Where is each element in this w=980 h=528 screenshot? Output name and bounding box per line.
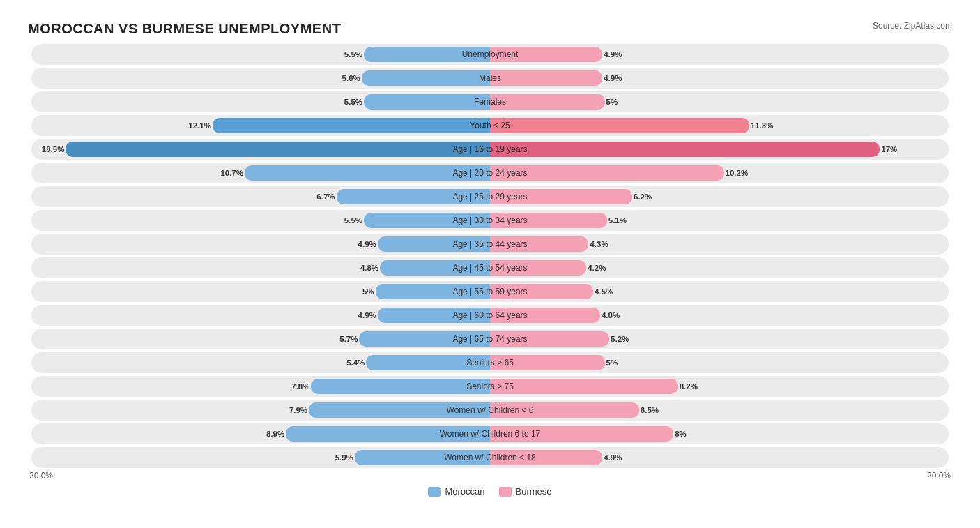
bar-burmese <box>490 142 880 157</box>
chart-source: Source: ZipAtlas.com <box>873 21 952 31</box>
bar-row: Age | 65 to 74 years5.7%5.2% <box>31 329 949 349</box>
chart-rows: Unemployment5.5%4.9%Males5.6%4.9%Females… <box>28 44 952 468</box>
bar-burmese-value: 4.8% <box>602 311 620 319</box>
bar-moroccan <box>364 94 490 110</box>
bar-burmese-value: 17% <box>881 145 897 153</box>
bar-row: Age | 25 to 29 years6.7%6.2% <box>31 186 949 207</box>
bar-moroccan-value: 18.5% <box>42 145 65 153</box>
bar-burmese-value: 11.3% <box>751 121 774 130</box>
bar-moroccan <box>364 47 490 62</box>
axis-labels: 20.0% 20.0% <box>28 471 952 481</box>
bar-moroccan <box>378 308 490 323</box>
bar-row: Youth < 2512.1%11.3% <box>31 115 949 136</box>
bar-burmese-value: 6.5% <box>641 406 659 414</box>
bar-row: Age | 55 to 59 years5%4.5% <box>31 281 949 302</box>
chart-title: MOROCCAN VS BURMESE UNEMPLOYMENT <box>28 21 341 37</box>
bar-burmese <box>490 260 586 276</box>
burmese-legend-box <box>499 487 512 497</box>
chart-container: MOROCCAN VS BURMESE UNEMPLOYMENT Source:… <box>14 14 966 511</box>
bar-burmese <box>490 213 607 228</box>
bar-moroccan <box>362 70 490 86</box>
bar-moroccan <box>245 165 490 181</box>
bar-burmese-value: 5% <box>606 359 618 367</box>
bar-burmese <box>490 94 605 110</box>
bar-row: Unemployment5.5%4.9% <box>31 44 949 65</box>
bar-burmese-value: 5.2% <box>611 335 629 343</box>
bar-moroccan <box>355 450 490 465</box>
bar-moroccan-value: 12.1% <box>188 121 211 130</box>
bar-row: Women w/ Children < 67.9%6.5% <box>31 400 949 421</box>
legend: Moroccan Burmese <box>28 486 952 497</box>
bar-moroccan <box>364 213 490 228</box>
bar-burmese <box>490 47 602 62</box>
bar-moroccan <box>380 260 490 276</box>
bar-moroccan-value: 5.5% <box>344 50 362 59</box>
bar-moroccan-value: 4.8% <box>360 264 378 272</box>
axis-right: 20.0% <box>927 471 951 481</box>
bar-moroccan-value: 4.9% <box>358 240 376 248</box>
bar-moroccan-value: 5.9% <box>335 453 353 462</box>
bar-row: Women w/ Children < 185.9%4.9% <box>31 447 949 468</box>
bar-burmese-value: 10.2% <box>726 169 749 177</box>
bar-moroccan <box>376 284 491 299</box>
bar-moroccan <box>213 118 490 133</box>
bar-row: Age | 45 to 54 years4.8%4.2% <box>31 257 949 278</box>
bar-moroccan-value: 5.7% <box>339 335 358 343</box>
chart-body: Unemployment5.5%4.9%Males5.6%4.9%Females… <box>28 44 952 497</box>
moroccan-legend-label: Moroccan <box>445 486 484 497</box>
bar-moroccan-value: 5.4% <box>346 359 365 367</box>
bar-moroccan-value: 10.7% <box>220 169 243 177</box>
bar-burmese <box>490 189 632 204</box>
bar-burmese-value: 4.5% <box>595 287 613 296</box>
bar-moroccan-value: 6.7% <box>316 193 335 201</box>
bar-moroccan-value: 4.9% <box>358 311 376 319</box>
bar-moroccan <box>309 402 490 418</box>
bar-row: Women w/ Children 6 to 178.9%8% <box>31 423 949 444</box>
bar-burmese-value: 6.2% <box>634 193 652 201</box>
legend-moroccan: Moroccan <box>428 486 484 497</box>
bar-moroccan <box>311 379 490 394</box>
bar-burmese <box>490 236 588 252</box>
burmese-legend-label: Burmese <box>516 486 552 497</box>
bar-burmese-value: 5% <box>606 98 618 106</box>
moroccan-legend-box <box>428 487 441 497</box>
bar-burmese <box>490 450 602 465</box>
bar-burmese-value: 4.9% <box>604 50 622 59</box>
bar-burmese-value: 4.3% <box>590 240 608 248</box>
bar-moroccan-value: 7.9% <box>289 406 307 414</box>
bar-moroccan-value: 5.6% <box>342 74 360 82</box>
bar-burmese <box>490 284 593 299</box>
bar-burmese <box>490 118 749 133</box>
legend-burmese: Burmese <box>499 486 552 497</box>
bar-row: Age | 20 to 24 years10.7%10.2% <box>31 163 949 183</box>
bar-moroccan-value: 5% <box>362 287 374 296</box>
bar-moroccan <box>66 142 490 157</box>
chart-header: MOROCCAN VS BURMESE UNEMPLOYMENT Source:… <box>28 21 952 37</box>
bar-burmese-value: 4.9% <box>604 74 622 82</box>
bar-row: Females5.5%5% <box>31 91 949 112</box>
bar-row: Age | 16 to 19 years18.5%17% <box>31 139 949 160</box>
bar-burmese <box>490 308 600 323</box>
bar-burmese-value: 4.2% <box>588 264 606 272</box>
bar-row: Seniors > 655.4%5% <box>31 352 949 373</box>
axis-left: 20.0% <box>29 471 53 481</box>
bar-burmese-value: 5.1% <box>608 216 627 225</box>
bar-burmese <box>490 331 609 347</box>
bar-burmese-value: 8% <box>675 430 687 438</box>
bar-burmese <box>490 355 605 370</box>
bar-moroccan-value: 5.5% <box>344 216 362 225</box>
bar-moroccan <box>378 236 490 252</box>
bar-burmese <box>490 426 673 442</box>
bar-row: Males5.6%4.9% <box>31 68 949 89</box>
bar-moroccan <box>286 426 490 442</box>
bar-burmese <box>490 165 724 181</box>
bar-row: Age | 60 to 64 years4.9%4.8% <box>31 305 949 326</box>
bar-moroccan-value: 7.8% <box>291 382 309 391</box>
bar-burmese <box>490 402 639 418</box>
bar-burmese-value: 4.9% <box>604 453 622 462</box>
bar-moroccan <box>366 355 490 370</box>
bar-burmese <box>490 70 602 86</box>
bar-moroccan-value: 5.5% <box>344 98 362 106</box>
bar-burmese <box>490 379 678 394</box>
bar-row: Age | 30 to 34 years5.5%5.1% <box>31 210 949 231</box>
